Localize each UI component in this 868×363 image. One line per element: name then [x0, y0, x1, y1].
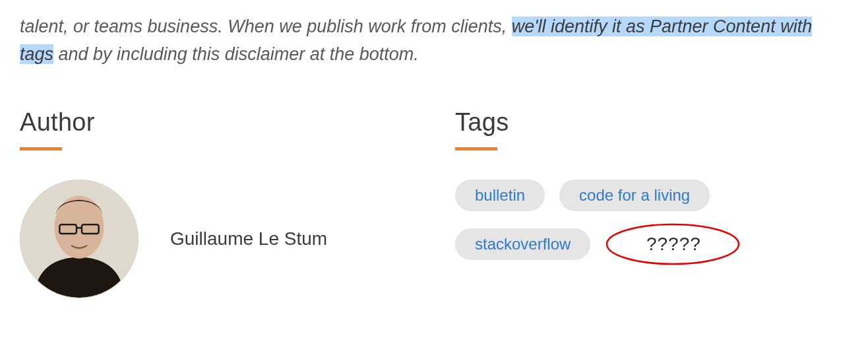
- heading-underline: [455, 147, 497, 150]
- tag-bulletin[interactable]: bulletin: [455, 180, 545, 211]
- tag-list: bulletin code for a living stackoverflow…: [455, 180, 848, 265]
- heading-underline: [20, 147, 62, 150]
- disclaimer-part1: talent, or teams business. When we publi…: [20, 16, 512, 36]
- avatar[interactable]: [20, 180, 139, 298]
- annotation-text: ?????: [646, 234, 701, 255]
- columns-container: Author: [20, 108, 848, 298]
- tags-section: Tags bulletin code for a living stackove…: [455, 108, 848, 298]
- tag-code-for-a-living[interactable]: code for a living: [559, 180, 710, 211]
- author-name[interactable]: Guillaume Le Stum: [170, 228, 327, 249]
- disclaimer-part2: and by including this disclaimer at the …: [53, 44, 419, 64]
- disclaimer-text: talent, or teams business. When we publi…: [20, 13, 848, 69]
- tags-heading: Tags: [455, 108, 848, 137]
- author-row: Guillaume Le Stum: [20, 180, 455, 298]
- tag-stackoverflow[interactable]: stackoverflow: [455, 228, 590, 260]
- avatar-image-icon: [20, 180, 138, 298]
- author-section: Author: [20, 108, 455, 298]
- annotation-missing-tag: ?????: [605, 223, 742, 265]
- author-heading: Author: [20, 108, 455, 137]
